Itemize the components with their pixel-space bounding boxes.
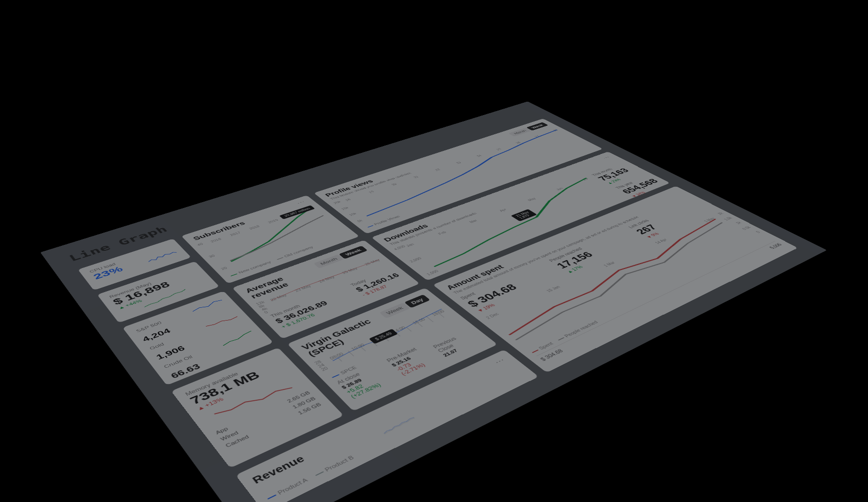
- gold-label: Gold: [148, 342, 165, 351]
- y-tick: 4,000: [393, 244, 406, 250]
- y-tick: 2k: [714, 211, 724, 216]
- y-tick: 1k: [732, 221, 742, 226]
- svg-line-6: [406, 327, 411, 331]
- more-icon[interactable]: ⋯: [494, 357, 506, 364]
- more-icon[interactable]: ⋯: [296, 200, 306, 205]
- y-tick: 2,000: [409, 257, 422, 263]
- more-icon[interactable]: ⋯: [602, 155, 611, 159]
- y-tick: 20k: [333, 200, 341, 204]
- tab-month[interactable]: Month: [313, 254, 344, 268]
- tab-day[interactable]: Day: [404, 294, 430, 308]
- cpu-sparkline: [146, 250, 178, 264]
- y-tick: 0.5k: [741, 226, 751, 231]
- y-tick: 30: [208, 254, 215, 258]
- y-tick: 1.5k: [723, 216, 733, 221]
- y-tick: 20: [220, 266, 227, 270]
- y-tick: 10k: [348, 212, 357, 216]
- y-tick: 15k: [340, 206, 349, 210]
- tab-month[interactable]: Month: [508, 127, 532, 136]
- y-tick: 0: [751, 230, 761, 235]
- tab-week[interactable]: Week: [338, 245, 367, 259]
- footer-count: 5,006: [768, 242, 783, 250]
- y-tick: 40: [196, 242, 203, 246]
- tab-week[interactable]: Week: [526, 122, 548, 130]
- tab-week[interactable]: Week: [379, 302, 410, 318]
- design-panel: Line Graph CPU load 23% Subscribers ⋯: [40, 101, 827, 502]
- y-tick: 1,000: [425, 269, 439, 275]
- y-tick: 5k: [356, 218, 365, 223]
- svg-line-9: [436, 311, 444, 317]
- svg-line-2: [359, 345, 365, 351]
